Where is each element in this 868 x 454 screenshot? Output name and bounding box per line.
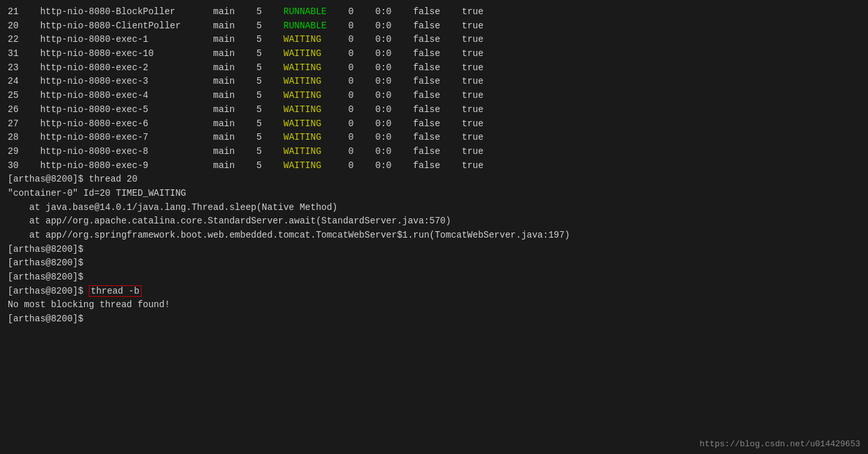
status-waiting: WAITING: [283, 146, 321, 156]
status-runnable: RUNNABLE: [283, 21, 326, 31]
thread-row-30: 30 http-nio-8080-exec-9 main 5 WAITING 0…: [8, 159, 860, 173]
prompt-prefix: [arthas@8200]$: [8, 286, 89, 296]
status-waiting: WAITING: [283, 48, 321, 59]
status-waiting: WAITING: [283, 132, 321, 142]
status-waiting: WAITING: [283, 104, 321, 115]
thread20-result-2: at java.base@14.0.1/java.lang.Thread.sle…: [8, 201, 860, 215]
prompt-final: [arthas@8200]$: [8, 312, 860, 326]
status-waiting: WAITING: [283, 160, 321, 171]
thread-row-29: 29 http-nio-8080-exec-8 main 5 WAITING 0…: [8, 145, 860, 159]
thread-b-command: thread -b: [89, 285, 142, 297]
prompt-thread20: [arthas@8200]$ thread 20: [8, 173, 860, 187]
prompt-empty-1: [arthas@8200]$: [8, 243, 860, 257]
status-waiting: WAITING: [283, 76, 321, 86]
terminal: 21 http-nio-8080-BlockPoller main 5 RUNN…: [0, 0, 868, 454]
status-runnable: RUNNABLE: [283, 6, 326, 17]
thread-row-31: 31 http-nio-8080-exec-10 main 5 WAITING …: [8, 47, 860, 61]
prompt-empty-2: [arthas@8200]$: [8, 256, 860, 270]
thread-row-25: 25 http-nio-8080-exec-4 main 5 WAITING 0…: [8, 89, 860, 103]
thread20-result-4: at app//org.springframework.boot.web.emb…: [8, 229, 860, 243]
thread-row-27: 27 http-nio-8080-exec-6 main 5 WAITING 0…: [8, 117, 860, 131]
no-blocking-result: No most blocking thread found!: [8, 298, 860, 312]
thread-row-22: 22 http-nio-8080-exec-1 main 5 WAITING 0…: [8, 33, 860, 47]
status-waiting: WAITING: [283, 90, 321, 100]
thread-row-20: 20 http-nio-8080-ClientPoller main 5 RUN…: [8, 19, 860, 33]
thread20-result-3: at app//org.apache.catalina.core.Standar…: [8, 214, 860, 229]
thread-row-26: 26 http-nio-8080-exec-5 main 5 WAITING 0…: [8, 103, 860, 117]
status-waiting: WAITING: [283, 34, 321, 44]
thread-row-28: 28 http-nio-8080-exec-7 main 5 WAITING 0…: [8, 131, 860, 145]
thread20-result-1: "container-0" Id=20 TIMED_WAITING: [8, 187, 860, 201]
status-waiting: WAITING: [283, 118, 321, 129]
status-waiting: WAITING: [283, 62, 321, 73]
prompt-empty-3: [arthas@8200]$: [8, 270, 860, 285]
prompt-thread-b: [arthas@8200]$ thread -b: [8, 285, 860, 299]
thread-row-23: 23 http-nio-8080-exec-2 main 5 WAITING 0…: [8, 61, 860, 75]
thread-row-24: 24 http-nio-8080-exec-3 main 5 WAITING 0…: [8, 75, 860, 89]
thread-row-21: 21 http-nio-8080-BlockPoller main 5 RUNN…: [8, 5, 860, 19]
watermark-text: https://blog.csdn.net/u014429653: [699, 439, 860, 449]
